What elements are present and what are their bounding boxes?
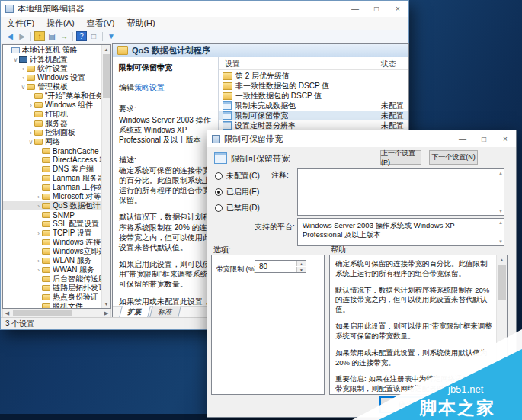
tree-item[interactable]: Windows立即连接 (3, 247, 102, 256)
comment-textarea[interactable]: ▲ ▼ (297, 168, 504, 216)
menu-action[interactable]: 操作(A) (40, 18, 81, 29)
expander-icon[interactable]: ∨ (27, 139, 34, 146)
tree-item-label: SNMP (53, 211, 75, 220)
tree-item[interactable]: ›控制面板 (3, 128, 102, 137)
tree-item[interactable]: ›QoS 数据包计划程序 (3, 201, 102, 210)
tab-standard[interactable]: 标准 (149, 306, 181, 318)
help-icon[interactable]: ? (76, 31, 87, 41)
tree-item[interactable]: 本地计算机 策略 (3, 46, 102, 55)
up-one-level-icon[interactable]: ↑ (34, 31, 45, 41)
tree-item[interactable]: 后台智能传送服务(B (3, 274, 102, 284)
previous-setting-button[interactable]: 上一个设置(P) (380, 150, 421, 165)
tree-item[interactable]: ›Microsoft 对等网络 (3, 192, 102, 201)
maximize-button[interactable]: □ (366, 1, 387, 17)
setting-row[interactable]: 非一致性数据包的 DSCP 值 (219, 81, 408, 91)
tree-item[interactable]: ›WWAN 服务 (3, 265, 102, 274)
expander-icon[interactable]: ∨ (12, 56, 19, 63)
column-header-status[interactable]: 状态 (381, 59, 396, 69)
spinner-up-icon[interactable]: ▲ (296, 261, 306, 266)
scrollbar-thumb[interactable] (13, 310, 72, 316)
spinner-down-icon[interactable]: ▼ (296, 267, 306, 272)
tree-item[interactable]: ∨计算机配置 (3, 55, 102, 64)
scroll-right-icon[interactable]: ▶ (102, 309, 110, 317)
tree-item[interactable]: 脱机文件 (3, 302, 102, 308)
setting-row[interactable]: 第 2 层优先级值 (219, 71, 408, 81)
expander-icon[interactable]: › (20, 66, 27, 72)
expander-icon[interactable]: › (35, 258, 42, 265)
tree-item[interactable]: Lanman 服务器 (3, 174, 102, 183)
tab-extended[interactable]: 扩展 (119, 306, 151, 318)
tree-item[interactable]: ›Windows 组件 (3, 101, 102, 110)
folder-icon (42, 230, 50, 236)
scrollbar-thumb[interactable] (498, 265, 506, 300)
tree-item[interactable]: DNS 客户端 (3, 165, 102, 174)
setting-row[interactable]: 限制可保留带宽未配置 (219, 111, 408, 120)
tree-item[interactable]: 链路层拓扑发现 (3, 284, 102, 293)
scroll-down-icon[interactable]: ▼ (102, 300, 110, 308)
expander-icon[interactable]: › (35, 203, 42, 210)
tree-item[interactable]: 打印机 (3, 110, 102, 119)
expander-icon[interactable]: › (35, 194, 42, 200)
tree-item[interactable]: Lanman 工作站 (3, 183, 102, 192)
dialog-minimize-button[interactable]: — (452, 130, 473, 147)
dialog-close-button[interactable]: × (495, 130, 516, 147)
tree-item[interactable]: DirectAccess 客户端 (3, 155, 102, 165)
tree-item[interactable]: SNMP (3, 210, 102, 220)
scroll-up-icon[interactable]: ▲ (498, 171, 503, 175)
tree-item[interactable]: Windows 连接管理 (3, 238, 102, 247)
tree-item[interactable]: 热点身份验证 (3, 293, 102, 302)
scroll-up-icon[interactable]: ▲ (102, 45, 110, 53)
expander-icon[interactable]: ∨ (20, 84, 27, 91)
tree-item[interactable]: ∨管理模板 (3, 82, 102, 91)
tree-item[interactable]: “开始”菜单和任务栏 (3, 91, 102, 101)
tree-item-label: Windows 设置 (37, 73, 85, 82)
scroll-left-icon[interactable]: ◀ (3, 309, 11, 317)
tree-item[interactable]: ›TCPIP 设置 (3, 229, 102, 238)
setting-row[interactable]: 一致性数据包的 DSCP 值 (219, 91, 408, 101)
scroll-down-icon[interactable]: ▼ (498, 239, 503, 244)
radio-disabled[interactable]: 已禁用(D) (215, 200, 260, 216)
edit-policy-link[interactable]: 策略设置 (134, 83, 165, 91)
menu-file[interactable]: 文件(F) (1, 18, 40, 29)
scroll-up-icon[interactable]: ▲ (497, 255, 507, 264)
show-console-tree-icon[interactable]: ▤ (46, 31, 57, 41)
column-header-setting[interactable]: 设置 (225, 59, 240, 69)
tree-item[interactable]: ∨网络 (3, 137, 102, 146)
radio-enabled[interactable]: 已启用(E) (215, 184, 260, 200)
tree-item[interactable]: 服务器 (3, 119, 102, 128)
tree-item[interactable]: ›Windows 设置 (3, 73, 102, 82)
tree-item[interactable]: BranchCache (3, 146, 102, 155)
forward-icon[interactable]: ▶ (17, 31, 27, 41)
tree-item[interactable]: ›软件设置 (3, 64, 102, 73)
close-button[interactable]: × (387, 1, 408, 17)
expander-icon[interactable]: › (35, 230, 42, 237)
next-setting-button[interactable]: 下一个设置(N) (429, 150, 478, 165)
scroll-down-icon[interactable]: ▼ (498, 209, 503, 213)
scrollbar-thumb[interactable] (103, 54, 110, 98)
scroll-up-icon[interactable]: ▲ (498, 220, 503, 225)
folder-icon (27, 66, 35, 72)
menu-help[interactable]: 帮助(H) (120, 18, 161, 29)
minimize-button[interactable]: — (344, 1, 366, 17)
tree-item[interactable]: ›WLAN 服务 (3, 256, 102, 265)
menu-view[interactable]: 查看(V) (81, 18, 121, 29)
expander-icon[interactable]: › (27, 130, 34, 136)
filter-icon[interactable]: ▼ (106, 31, 117, 41)
radio-not-configured[interactable]: 未配置(C) (215, 168, 260, 184)
bandwidth-limit-spinner[interactable]: 80 ▲ ▼ (255, 260, 306, 273)
toolbar-separator (102, 32, 103, 41)
tree-vertical-scrollbar[interactable]: ▲ ▼ (101, 45, 110, 308)
expander-icon[interactable]: › (35, 267, 42, 274)
export-list-icon[interactable]: → (59, 31, 69, 41)
back-icon[interactable]: ◀ (5, 31, 15, 41)
folder-icon (42, 303, 50, 308)
expander-icon[interactable]: › (20, 75, 27, 82)
expander-icon[interactable]: › (27, 102, 34, 109)
console-window-icon[interactable]: □ (88, 31, 99, 41)
title-bar[interactable]: 本地组策略编辑器 — □ × (1, 1, 408, 17)
tree-item[interactable]: SSL 配置设置 (3, 220, 102, 229)
dialog-title-bar[interactable]: 限制可保留带宽 — □ × (207, 130, 516, 147)
supported-on-box[interactable]: ▲ ▼ Windows Server 2003 操作系统或 Windows XP… (297, 218, 504, 246)
setting-row[interactable]: 限制未完成数据包未配置 (219, 101, 408, 111)
dialog-maximize-button[interactable]: □ (473, 130, 495, 147)
